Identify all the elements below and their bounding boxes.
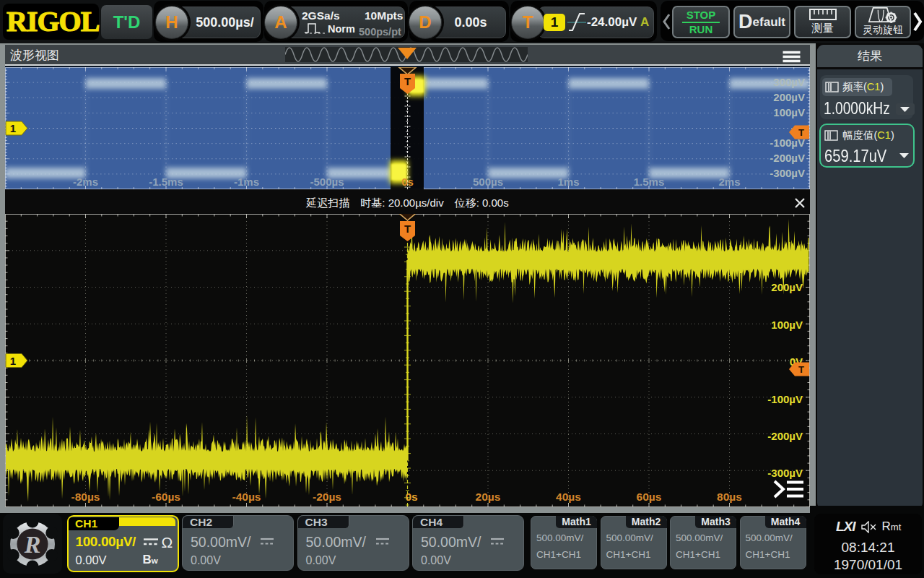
svg-text:-1.5ms: -1.5ms xyxy=(149,176,183,188)
svg-text:80µs: 80µs xyxy=(717,491,742,503)
svg-text:20µs: 20µs xyxy=(476,491,501,503)
svg-text:300µV: 300µV xyxy=(773,76,805,88)
svg-text:-2ms: -2ms xyxy=(73,176,98,188)
svg-text:1ms: 1ms xyxy=(557,176,579,188)
svg-text:0s: 0s xyxy=(405,491,417,503)
svg-text:R: R xyxy=(24,531,41,558)
svg-text:60µs: 60µs xyxy=(637,491,662,503)
svg-text:0s: 0s xyxy=(401,176,414,188)
svg-text:200µV: 200µV xyxy=(773,91,805,103)
svg-text:T: T xyxy=(404,75,411,87)
svg-text:-300µV: -300µV xyxy=(767,467,803,479)
svg-text:2ms: 2ms xyxy=(718,176,740,188)
svg-text:40µs: 40µs xyxy=(556,491,581,503)
svg-text:-100µV: -100µV xyxy=(767,393,803,405)
svg-text:T: T xyxy=(798,364,804,375)
svg-text:1.5ms: 1.5ms xyxy=(634,176,665,188)
svg-text:1: 1 xyxy=(10,355,16,367)
svg-text:-200µV: -200µV xyxy=(770,152,805,164)
svg-text:T: T xyxy=(404,223,411,235)
svg-text:-60µs: -60µs xyxy=(152,491,180,503)
svg-text:-200µV: -200µV xyxy=(767,430,803,442)
svg-text:1: 1 xyxy=(10,122,16,134)
svg-text:-500µs: -500µs xyxy=(310,176,344,188)
svg-text:-1ms: -1ms xyxy=(234,176,259,188)
svg-text:-80µs: -80µs xyxy=(71,491,100,503)
svg-text:100µV: 100µV xyxy=(771,319,803,331)
svg-text:200µV: 200µV xyxy=(771,281,803,293)
svg-text:-300µV: -300µV xyxy=(770,167,805,179)
svg-text:-40µs: -40µs xyxy=(232,491,261,503)
svg-text:100µV: 100µV xyxy=(773,106,805,118)
svg-text:T: T xyxy=(798,127,804,138)
svg-text:500µs: 500µs xyxy=(473,176,503,188)
svg-text:-20µs: -20µs xyxy=(313,491,341,503)
